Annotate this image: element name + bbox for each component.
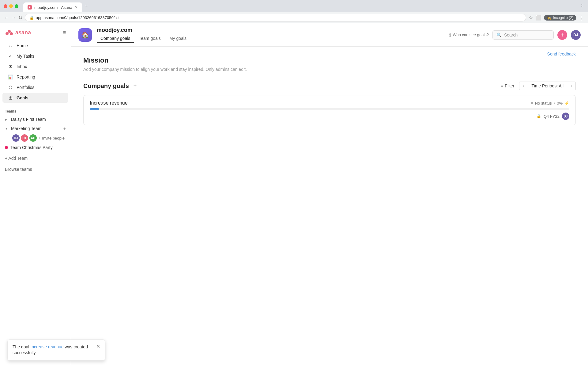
workspace-info: moodjoy.com Company goals Team goals My … — [97, 27, 190, 43]
svg-point-1 — [6, 32, 9, 35]
sidebar-nav-item-reporting[interactable]: 📊 Reporting — [2, 72, 68, 82]
reporting-label: Reporting — [17, 75, 35, 79]
hamburger-button[interactable]: ≡ — [63, 30, 66, 35]
goal-card: Increase revenue No status • 0% ⚡ 🔒 Q4 F… — [83, 95, 576, 125]
user-avatar[interactable]: DJ — [571, 30, 581, 40]
sidebar: asana ≡ ⌂ Home ✓ My Tasks ✉ Inbox 📊 Repo… — [0, 23, 71, 368]
sidebar-nav-item-goals[interactable]: ◎ Goals — [2, 93, 68, 103]
sidebar-nav-item-home[interactable]: ⌂ Home — [2, 41, 68, 51]
time-period-nav: ‹ Time Periods: All › — [519, 82, 576, 90]
tab-team-goals[interactable]: Team goals — [135, 35, 164, 43]
sidebar-nav-item-my-tasks[interactable]: ✓ My Tasks — [2, 51, 68, 61]
avatar-ao: AO — [29, 134, 37, 142]
toast-text-before: The goal — [13, 344, 30, 349]
inbox-icon: ✉ — [7, 64, 13, 69]
address-bar: ← → ↻ 🔒 app.asana.com/0/goals/1203269616… — [0, 12, 588, 23]
marketing-team-expanded: DJ DT AO + Invite people — [0, 133, 71, 143]
maximize-traffic-light[interactable] — [15, 4, 18, 8]
toast-goal-link[interactable]: Increase revenue — [30, 344, 63, 349]
company-goals-header: Company goals + ≡ Filter ‹ Time Periods:… — [83, 82, 576, 90]
add-goal-icon: + — [134, 83, 137, 89]
lock-icon: 🔒 — [29, 16, 34, 20]
add-team-button[interactable]: + Add Team — [0, 153, 71, 163]
teams-label: Teams — [5, 109, 16, 113]
avatar-dt: DT — [21, 134, 28, 142]
svg-point-0 — [8, 30, 11, 33]
avatar-dj: DJ — [12, 134, 20, 142]
content-header: 🏠 moodjoy.com Company goals Team goals M… — [71, 23, 588, 47]
new-tab-button[interactable]: + — [83, 2, 89, 11]
christmas-party-dot — [5, 146, 8, 149]
sidebar-header: asana ≡ — [0, 26, 71, 39]
cast-icon[interactable]: ⬜ — [535, 15, 541, 21]
forward-button[interactable]: → — [11, 15, 16, 21]
tab-bar: A moodjoy.com - Asana ✕ + — [23, 0, 577, 12]
goals-icon: ◎ — [7, 95, 13, 100]
filter-button[interactable]: ≡ Filter — [498, 82, 517, 90]
goal-name[interactable]: Increase revenue — [90, 100, 128, 106]
filter-label: Filter — [505, 83, 514, 88]
invite-people-button[interactable]: + Invite people — [39, 136, 65, 140]
mission-description: Add your company mission to align your w… — [83, 67, 576, 72]
url-bar[interactable]: 🔒 app.asana.com/0/goals/1203269616387050… — [25, 14, 526, 21]
tab-team-goals-label: Team goals — [139, 36, 161, 41]
goal-status-label: No status — [535, 101, 552, 105]
browser-more-icon[interactable]: ⋮ — [579, 14, 584, 21]
back-button[interactable]: ← — [4, 15, 9, 21]
browse-teams-button[interactable]: Browse teams — [0, 164, 71, 174]
goal-period: Q4 FY22 — [544, 114, 560, 119]
bookmark-icon[interactable]: ☆ — [529, 15, 533, 21]
tab-company-goals[interactable]: Company goals — [97, 35, 134, 43]
my-tasks-label: My Tasks — [17, 54, 34, 59]
add-team-label: + Add Team — [5, 156, 28, 161]
time-period-next-button[interactable]: › — [567, 82, 576, 90]
header-right: ℹ Who can see goals? 🔍 Search + DJ — [449, 30, 581, 40]
time-period-prev-button[interactable]: ‹ — [519, 82, 528, 90]
asana-logo-text: asana — [15, 29, 31, 36]
tab-title: moodjoy.com - Asana — [34, 5, 72, 10]
workspace-icon: 🏠 — [78, 28, 92, 42]
search-icon: 🔍 — [496, 33, 502, 37]
mission-title: Mission — [83, 56, 576, 64]
traffic-lights — [4, 4, 18, 8]
tab-my-goals[interactable]: My goals — [166, 35, 190, 43]
goal-card-bottom: 🔒 Q4 FY22 DJ — [90, 113, 569, 120]
goal-owner-initials: DJ — [564, 115, 568, 118]
add-goal-button[interactable]: + — [131, 82, 139, 90]
incognito-icon: 🕵 — [547, 16, 552, 20]
sidebar-nav-item-inbox[interactable]: ✉ Inbox — [2, 62, 68, 71]
info-icon: ℹ — [449, 33, 451, 37]
sidebar-item-marketing-team[interactable]: ▼ Marketing Team + — [0, 124, 71, 133]
goal-card-top: Increase revenue No status • 0% ⚡ — [90, 100, 569, 106]
tab-my-goals-label: My goals — [169, 36, 187, 41]
who-can-see-button[interactable]: ℹ Who can see goals? — [449, 33, 489, 37]
workspace-name: moodjoy.com — [97, 27, 190, 33]
goal-progress-fill — [90, 108, 99, 110]
toast-close-button[interactable]: ✕ — [96, 344, 100, 349]
sidebar-nav-item-portfolios[interactable]: ⬡ Portfolios — [2, 82, 68, 92]
user-initials: DJ — [573, 33, 578, 37]
marketing-team-add-icon[interactable]: + — [63, 126, 66, 131]
reload-button[interactable]: ↻ — [18, 15, 22, 21]
sidebar-item-christmas-party[interactable]: Team Christmas Party — [0, 143, 71, 152]
close-traffic-light[interactable] — [4, 4, 7, 8]
search-bar[interactable]: 🔍 Search — [492, 30, 554, 40]
add-button[interactable]: + — [557, 30, 567, 40]
goal-owner-avatar[interactable]: DJ — [562, 113, 569, 120]
search-placeholder: Search — [504, 33, 518, 37]
asana-logo: asana — [5, 28, 31, 37]
toast-notification: The goal Increase revenue was created su… — [7, 339, 105, 361]
teams-section: Teams ▶ Daisy's First Team ▼ Marketing T… — [0, 108, 71, 152]
main-content: 🏠 moodjoy.com Company goals Team goals M… — [71, 23, 588, 368]
sidebar-item-daisys-team[interactable]: ▶ Daisy's First Team — [0, 115, 71, 124]
reporting-icon: 📊 — [7, 75, 13, 79]
goals-controls: ≡ Filter ‹ Time Periods: All › — [498, 82, 576, 90]
inbox-label: Inbox — [17, 64, 27, 69]
tab-close-icon[interactable]: ✕ — [75, 5, 78, 10]
daisys-team-label: Daisy's First Team — [11, 117, 46, 122]
minimize-traffic-light[interactable] — [9, 4, 13, 8]
active-tab[interactable]: A moodjoy.com - Asana ✕ — [23, 2, 82, 12]
send-feedback-link[interactable]: Send feedback — [547, 52, 576, 56]
goals-label: Goals — [17, 95, 28, 100]
browser-menu-icon[interactable]: ⋮ — [579, 3, 584, 9]
